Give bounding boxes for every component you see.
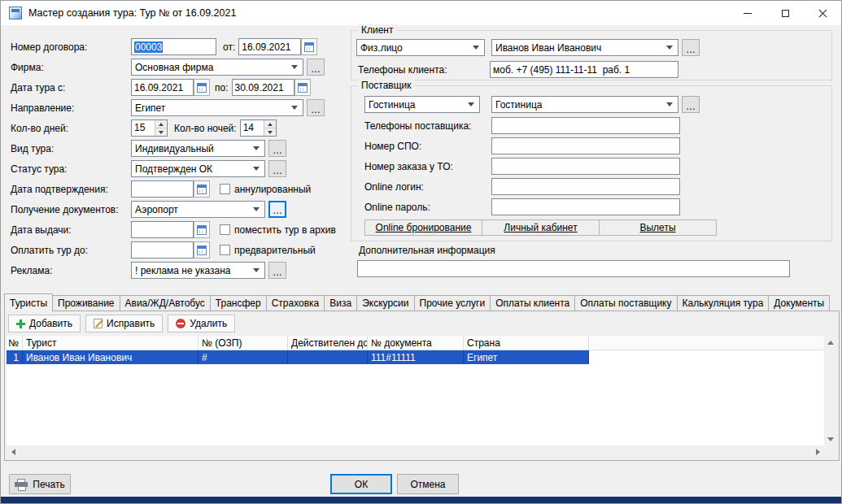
tour-status-combobox[interactable]: Подтвержден ОК xyxy=(131,160,265,177)
chevron-down-icon xyxy=(291,65,298,69)
client-phones-input[interactable] xyxy=(490,61,678,78)
column-header-tourist[interactable]: Турист xyxy=(23,336,199,350)
personal-cabinet-button[interactable]: Личный кабинет xyxy=(482,219,600,236)
cell-valid-until xyxy=(288,350,368,364)
online-login-input[interactable] xyxy=(491,178,680,195)
nights-spinner[interactable]: 14 xyxy=(240,119,277,137)
firm-more-button[interactable]: … xyxy=(307,59,325,76)
tab-prozhivanie[interactable]: Проживание xyxy=(52,295,120,311)
supplier-type-combobox[interactable]: Гостиница xyxy=(364,96,480,113)
additional-info-input[interactable] xyxy=(357,260,790,277)
direction-combobox[interactable]: Египет xyxy=(131,99,303,116)
contract-date-input[interactable] xyxy=(238,38,301,55)
to-order-number-row: Номер заказа у ТО: xyxy=(364,158,680,175)
tour-date-from-input[interactable] xyxy=(131,79,194,96)
scroll-down-icon[interactable] xyxy=(824,432,837,445)
contract-number-input[interactable]: 00003 xyxy=(131,38,216,55)
pay-until-calendar-button[interactable] xyxy=(194,241,210,259)
tour-type-combobox[interactable]: Индивидуальный xyxy=(131,140,265,157)
column-header-valid-until[interactable]: Действителен до xyxy=(288,336,368,350)
spo-number-input[interactable] xyxy=(491,137,680,154)
tab-oplaty-klienta[interactable]: Оплаты клиента xyxy=(490,295,575,311)
tour-date-to-calendar-button[interactable] xyxy=(294,79,311,96)
table-row[interactable]: 1 Иванов Иван Иванович # 111#11111 Египе… xyxy=(7,350,589,364)
tour-type-more-button[interactable]: … xyxy=(268,140,286,157)
tab-label: Авиа/ЖД/Автобус xyxy=(125,298,205,309)
scroll-right-icon[interactable] xyxy=(811,445,824,458)
contract-date-calendar-button[interactable] xyxy=(301,38,317,55)
preliminary-checkbox[interactable] xyxy=(220,245,230,255)
online-password-input[interactable] xyxy=(491,198,680,215)
to-order-number-input[interactable] xyxy=(491,158,680,175)
ads-value: ! реклама не указана xyxy=(135,265,231,276)
scroll-left-icon[interactable] xyxy=(7,445,20,458)
issue-date-calendar-button[interactable] xyxy=(194,221,210,238)
tab-avia-zhd-avtobus[interactable]: Авиа/ЖД/Автобус xyxy=(120,295,211,311)
tab-viza[interactable]: Виза xyxy=(324,295,357,311)
vertical-scrollbar[interactable] xyxy=(824,336,837,445)
scroll-up-icon[interactable] xyxy=(824,336,837,349)
spinner-up-icon[interactable] xyxy=(155,120,167,128)
tab-oplaty-postavshiku[interactable]: Оплаты поставщику xyxy=(574,295,677,311)
tour-status-more-button[interactable]: … xyxy=(268,160,286,177)
edit-tourist-button[interactable]: Исправить xyxy=(85,315,163,332)
confirm-date-calendar-button[interactable] xyxy=(194,180,210,198)
client-name-combobox[interactable]: Иванов Иван Иванович xyxy=(491,39,678,56)
minimize-button[interactable] xyxy=(729,1,766,25)
calendar-icon xyxy=(298,83,308,93)
supplier-phones-input[interactable] xyxy=(491,117,680,134)
tab-strahovka[interactable]: Страховка xyxy=(266,295,325,311)
ads-combobox[interactable]: ! реклама не указана xyxy=(131,262,265,279)
tab-transfer[interactable]: Трансфер xyxy=(210,295,267,311)
days-spinner[interactable]: 15 xyxy=(131,119,168,137)
spinner-down-icon[interactable] xyxy=(264,128,276,136)
spinner-buttons[interactable] xyxy=(264,120,276,136)
client-type-combobox[interactable]: Физ.лицо xyxy=(356,39,485,56)
docs-receive-more-button[interactable]: … xyxy=(268,201,286,218)
archive-checkbox[interactable] xyxy=(220,224,230,235)
preliminary-checkbox-label: предварительный xyxy=(234,245,316,256)
online-login-row: Online логин: xyxy=(364,178,680,195)
tab-prochie-uslugi[interactable]: Прочие услуги xyxy=(414,295,491,311)
ads-row: Реклама: ! реклама не указана … xyxy=(11,260,347,280)
tour-date-to-input[interactable] xyxy=(232,79,294,96)
tour-date-from-calendar-button[interactable] xyxy=(194,79,210,96)
supplier-more-button[interactable]: … xyxy=(682,96,700,113)
firm-combobox[interactable]: Основная фирма xyxy=(131,59,303,76)
close-button[interactable] xyxy=(804,1,841,25)
departures-button[interactable]: Вылеты xyxy=(599,219,717,236)
scrollbar-corner xyxy=(824,445,837,458)
column-header-ozp[interactable]: № (ОЗП) xyxy=(199,336,288,350)
client-more-button[interactable]: … xyxy=(682,39,700,56)
online-booking-button[interactable]: Online бронирование xyxy=(364,219,482,236)
tab-label: Трансфер xyxy=(216,298,261,309)
app-icon xyxy=(9,7,22,20)
confirm-date-input[interactable] xyxy=(131,180,194,198)
spinner-up-icon[interactable] xyxy=(264,120,276,128)
tab-kalkulyaciya-tura[interactable]: Калькуляция тура xyxy=(677,295,770,311)
ok-button[interactable]: ОК xyxy=(330,474,392,494)
column-header-doc-number[interactable]: № документа xyxy=(368,336,464,350)
direction-more-button[interactable]: … xyxy=(307,99,325,116)
delete-tourist-button[interactable]: Удалить xyxy=(168,315,235,332)
calendar-icon xyxy=(197,185,207,194)
print-button[interactable]: Печать xyxy=(9,474,71,494)
cancel-button[interactable]: Отмена xyxy=(397,474,459,494)
tab-dokumenty[interactable]: Документы xyxy=(768,295,830,311)
column-header-num[interactable]: № xyxy=(7,336,23,350)
title-bar[interactable]: Мастер создания тура: Тур № от 16.09.202… xyxy=(1,1,841,25)
spinner-down-icon[interactable] xyxy=(155,128,167,136)
spinner-buttons[interactable] xyxy=(155,120,167,136)
maximize-button[interactable] xyxy=(766,1,804,25)
ads-more-button[interactable]: … xyxy=(268,262,286,279)
supplier-name-combobox[interactable]: Гостиница xyxy=(491,96,678,113)
horizontal-scrollbar[interactable] xyxy=(7,445,824,458)
tab-turisty[interactable]: Туристы xyxy=(4,293,53,311)
pay-until-input[interactable] xyxy=(131,241,194,259)
annulled-checkbox[interactable] xyxy=(220,184,230,194)
column-header-country[interactable]: Страна xyxy=(464,336,589,350)
add-tourist-button[interactable]: Добавить xyxy=(8,315,81,332)
docs-receive-combobox[interactable]: Аэропорт xyxy=(131,201,265,218)
issue-date-input[interactable] xyxy=(131,221,194,238)
tab-ekskursii[interactable]: Экскурсии xyxy=(356,295,414,311)
